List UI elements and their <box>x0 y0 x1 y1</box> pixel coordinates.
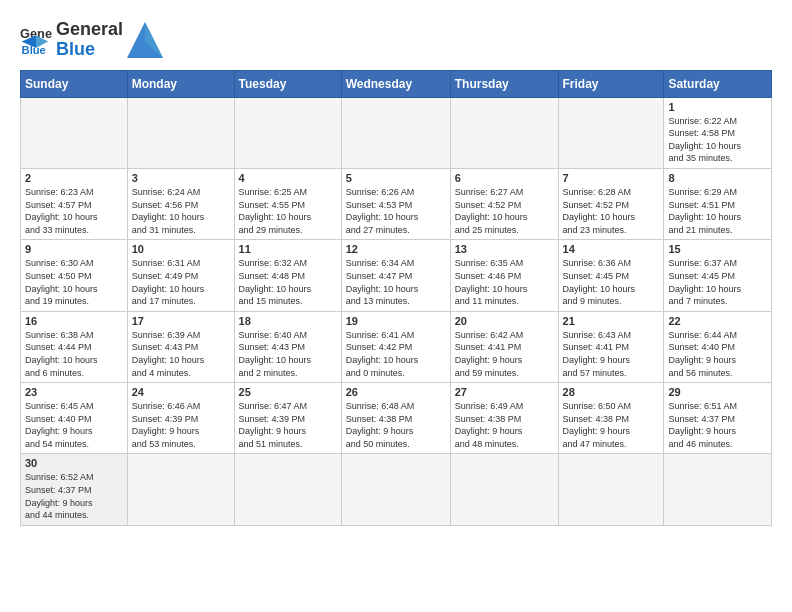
logo-blue: Blue <box>56 40 123 60</box>
day-info: Sunrise: 6:49 AM Sunset: 4:38 PM Dayligh… <box>455 400 554 450</box>
calendar-cell: 23Sunrise: 6:45 AM Sunset: 4:40 PM Dayli… <box>21 383 128 454</box>
calendar-cell: 28Sunrise: 6:50 AM Sunset: 4:38 PM Dayli… <box>558 383 664 454</box>
calendar-cell <box>234 454 341 525</box>
day-number: 26 <box>346 386 446 398</box>
day-info: Sunrise: 6:52 AM Sunset: 4:37 PM Dayligh… <box>25 471 123 521</box>
day-info: Sunrise: 6:26 AM Sunset: 4:53 PM Dayligh… <box>346 186 446 236</box>
day-info: Sunrise: 6:23 AM Sunset: 4:57 PM Dayligh… <box>25 186 123 236</box>
calendar-cell <box>341 97 450 168</box>
day-info: Sunrise: 6:39 AM Sunset: 4:43 PM Dayligh… <box>132 329 230 379</box>
calendar-cell: 12Sunrise: 6:34 AM Sunset: 4:47 PM Dayli… <box>341 240 450 311</box>
day-info: Sunrise: 6:50 AM Sunset: 4:38 PM Dayligh… <box>563 400 660 450</box>
calendar-week-row: 23Sunrise: 6:45 AM Sunset: 4:40 PM Dayli… <box>21 383 772 454</box>
calendar-cell: 6Sunrise: 6:27 AM Sunset: 4:52 PM Daylig… <box>450 168 558 239</box>
calendar-week-row: 16Sunrise: 6:38 AM Sunset: 4:44 PM Dayli… <box>21 311 772 382</box>
calendar-cell: 10Sunrise: 6:31 AM Sunset: 4:49 PM Dayli… <box>127 240 234 311</box>
day-info: Sunrise: 6:51 AM Sunset: 4:37 PM Dayligh… <box>668 400 767 450</box>
header: General Blue General Blue <box>20 20 772 60</box>
day-number: 15 <box>668 243 767 255</box>
day-info: Sunrise: 6:42 AM Sunset: 4:41 PM Dayligh… <box>455 329 554 379</box>
day-info: Sunrise: 6:30 AM Sunset: 4:50 PM Dayligh… <box>25 257 123 307</box>
calendar-cell: 15Sunrise: 6:37 AM Sunset: 4:45 PM Dayli… <box>664 240 772 311</box>
calendar-cell: 11Sunrise: 6:32 AM Sunset: 4:48 PM Dayli… <box>234 240 341 311</box>
day-number: 21 <box>563 315 660 327</box>
calendar-cell: 17Sunrise: 6:39 AM Sunset: 4:43 PM Dayli… <box>127 311 234 382</box>
calendar-cell: 14Sunrise: 6:36 AM Sunset: 4:45 PM Dayli… <box>558 240 664 311</box>
day-number: 11 <box>239 243 337 255</box>
calendar-cell <box>127 97 234 168</box>
logo-general: General <box>56 20 123 40</box>
day-number: 16 <box>25 315 123 327</box>
calendar-cell: 29Sunrise: 6:51 AM Sunset: 4:37 PM Dayli… <box>664 383 772 454</box>
day-info: Sunrise: 6:32 AM Sunset: 4:48 PM Dayligh… <box>239 257 337 307</box>
calendar-cell <box>664 454 772 525</box>
day-number: 25 <box>239 386 337 398</box>
day-info: Sunrise: 6:24 AM Sunset: 4:56 PM Dayligh… <box>132 186 230 236</box>
calendar-cell: 26Sunrise: 6:48 AM Sunset: 4:38 PM Dayli… <box>341 383 450 454</box>
weekday-header-thursday: Thursday <box>450 70 558 97</box>
day-info: Sunrise: 6:28 AM Sunset: 4:52 PM Dayligh… <box>563 186 660 236</box>
day-number: 8 <box>668 172 767 184</box>
calendar-cell <box>234 97 341 168</box>
day-info: Sunrise: 6:43 AM Sunset: 4:41 PM Dayligh… <box>563 329 660 379</box>
calendar-cell: 21Sunrise: 6:43 AM Sunset: 4:41 PM Dayli… <box>558 311 664 382</box>
day-number: 5 <box>346 172 446 184</box>
day-number: 27 <box>455 386 554 398</box>
calendar-cell: 4Sunrise: 6:25 AM Sunset: 4:55 PM Daylig… <box>234 168 341 239</box>
day-info: Sunrise: 6:46 AM Sunset: 4:39 PM Dayligh… <box>132 400 230 450</box>
day-number: 30 <box>25 457 123 469</box>
weekday-header-saturday: Saturday <box>664 70 772 97</box>
calendar-cell: 7Sunrise: 6:28 AM Sunset: 4:52 PM Daylig… <box>558 168 664 239</box>
svg-text:Blue: Blue <box>22 44 46 56</box>
day-info: Sunrise: 6:37 AM Sunset: 4:45 PM Dayligh… <box>668 257 767 307</box>
calendar-cell <box>450 454 558 525</box>
day-number: 1 <box>668 101 767 113</box>
day-number: 13 <box>455 243 554 255</box>
day-info: Sunrise: 6:25 AM Sunset: 4:55 PM Dayligh… <box>239 186 337 236</box>
weekday-header-friday: Friday <box>558 70 664 97</box>
calendar-cell: 18Sunrise: 6:40 AM Sunset: 4:43 PM Dayli… <box>234 311 341 382</box>
day-number: 22 <box>668 315 767 327</box>
day-number: 6 <box>455 172 554 184</box>
day-info: Sunrise: 6:41 AM Sunset: 4:42 PM Dayligh… <box>346 329 446 379</box>
calendar-cell <box>341 454 450 525</box>
calendar-cell: 8Sunrise: 6:29 AM Sunset: 4:51 PM Daylig… <box>664 168 772 239</box>
day-info: Sunrise: 6:27 AM Sunset: 4:52 PM Dayligh… <box>455 186 554 236</box>
logo-icon: General Blue <box>20 24 52 56</box>
calendar-page: General Blue General Blue SundayMondayTu… <box>0 0 792 612</box>
logo: General Blue General Blue <box>20 20 163 60</box>
day-number: 10 <box>132 243 230 255</box>
calendar-cell: 19Sunrise: 6:41 AM Sunset: 4:42 PM Dayli… <box>341 311 450 382</box>
weekday-header-tuesday: Tuesday <box>234 70 341 97</box>
calendar-cell: 16Sunrise: 6:38 AM Sunset: 4:44 PM Dayli… <box>21 311 128 382</box>
day-info: Sunrise: 6:45 AM Sunset: 4:40 PM Dayligh… <box>25 400 123 450</box>
weekday-header-monday: Monday <box>127 70 234 97</box>
calendar-week-row: 9Sunrise: 6:30 AM Sunset: 4:50 PM Daylig… <box>21 240 772 311</box>
day-number: 3 <box>132 172 230 184</box>
calendar-table: SundayMondayTuesdayWednesdayThursdayFrid… <box>20 70 772 526</box>
calendar-cell: 30Sunrise: 6:52 AM Sunset: 4:37 PM Dayli… <box>21 454 128 525</box>
day-info: Sunrise: 6:44 AM Sunset: 4:40 PM Dayligh… <box>668 329 767 379</box>
calendar-week-row: 30Sunrise: 6:52 AM Sunset: 4:37 PM Dayli… <box>21 454 772 525</box>
calendar-cell <box>558 454 664 525</box>
day-number: 17 <box>132 315 230 327</box>
day-number: 19 <box>346 315 446 327</box>
day-info: Sunrise: 6:31 AM Sunset: 4:49 PM Dayligh… <box>132 257 230 307</box>
calendar-cell <box>127 454 234 525</box>
calendar-cell: 25Sunrise: 6:47 AM Sunset: 4:39 PM Dayli… <box>234 383 341 454</box>
logo-triangle-icon <box>127 22 163 58</box>
calendar-cell <box>558 97 664 168</box>
weekday-header-wednesday: Wednesday <box>341 70 450 97</box>
day-number: 23 <box>25 386 123 398</box>
calendar-cell: 3Sunrise: 6:24 AM Sunset: 4:56 PM Daylig… <box>127 168 234 239</box>
day-number: 20 <box>455 315 554 327</box>
weekday-header-sunday: Sunday <box>21 70 128 97</box>
calendar-cell: 24Sunrise: 6:46 AM Sunset: 4:39 PM Dayli… <box>127 383 234 454</box>
calendar-cell: 2Sunrise: 6:23 AM Sunset: 4:57 PM Daylig… <box>21 168 128 239</box>
day-info: Sunrise: 6:47 AM Sunset: 4:39 PM Dayligh… <box>239 400 337 450</box>
day-info: Sunrise: 6:40 AM Sunset: 4:43 PM Dayligh… <box>239 329 337 379</box>
weekday-header-row: SundayMondayTuesdayWednesdayThursdayFrid… <box>21 70 772 97</box>
calendar-cell: 1Sunrise: 6:22 AM Sunset: 4:58 PM Daylig… <box>664 97 772 168</box>
day-info: Sunrise: 6:29 AM Sunset: 4:51 PM Dayligh… <box>668 186 767 236</box>
calendar-cell <box>450 97 558 168</box>
